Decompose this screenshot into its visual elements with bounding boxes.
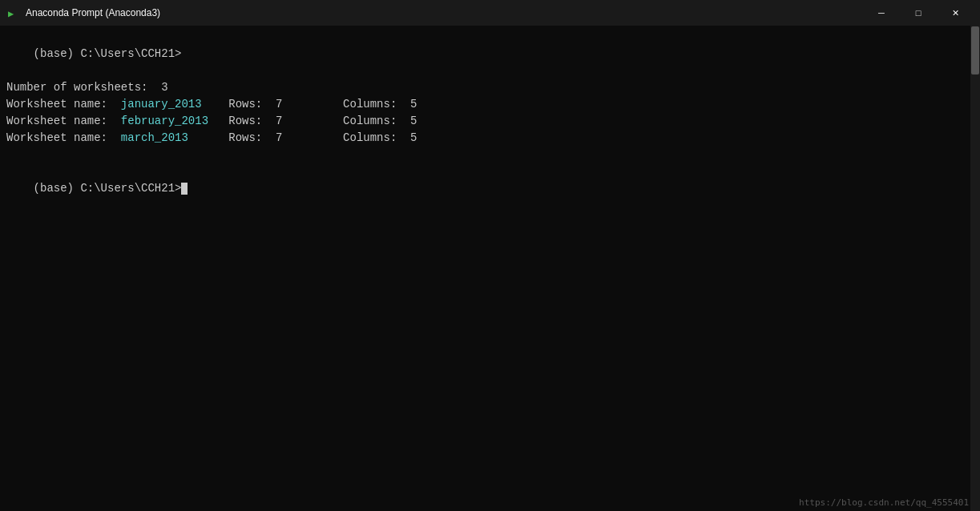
- watermark: https://blog.csdn.net/qq_4555401: [799, 497, 969, 508]
- output-worksheets-count: Number of worksheets: 3: [6, 79, 974, 96]
- scrollbar[interactable]: [970, 26, 980, 511]
- titlebar-title: Anaconda Prompt (Anaconda3): [26, 7, 160, 18]
- worksheet-row-2: Worksheet name: february_2013 Rows: 7 Co…: [6, 113, 974, 130]
- titlebar-controls: ─ □ ✕: [863, 0, 974, 26]
- terminal-icon: ▶: [6, 6, 19, 19]
- final-prompt-line: (base) C:\Users\CCH21>: [6, 163, 974, 214]
- scrollbar-thumb[interactable]: [971, 26, 979, 74]
- titlebar: ▶ Anaconda Prompt (Anaconda3) ─ □ ✕: [0, 0, 980, 26]
- close-button[interactable]: ✕: [937, 0, 974, 26]
- cursor: [181, 183, 188, 195]
- prompt1: (base) C:\Users\CCH21>: [34, 47, 182, 60]
- command-line: (base) C:\Users\CCH21>: [6, 29, 974, 79]
- maximize-button[interactable]: □: [900, 0, 937, 26]
- worksheet-row-1: Worksheet name: january_2013 Rows: 7 Col…: [6, 96, 974, 113]
- worksheet-row-3: Worksheet name: march_2013 Rows: 7 Colum…: [6, 130, 974, 147]
- titlebar-left: ▶ Anaconda Prompt (Anaconda3): [6, 6, 160, 19]
- minimize-button[interactable]: ─: [863, 0, 900, 26]
- prompt2: (base) C:\Users\CCH21>: [34, 182, 182, 195]
- terminal-window[interactable]: (base) C:\Users\CCH21> Number of workshe…: [0, 26, 980, 511]
- svg-text:▶: ▶: [8, 9, 14, 19]
- empty-line: [6, 147, 974, 163]
